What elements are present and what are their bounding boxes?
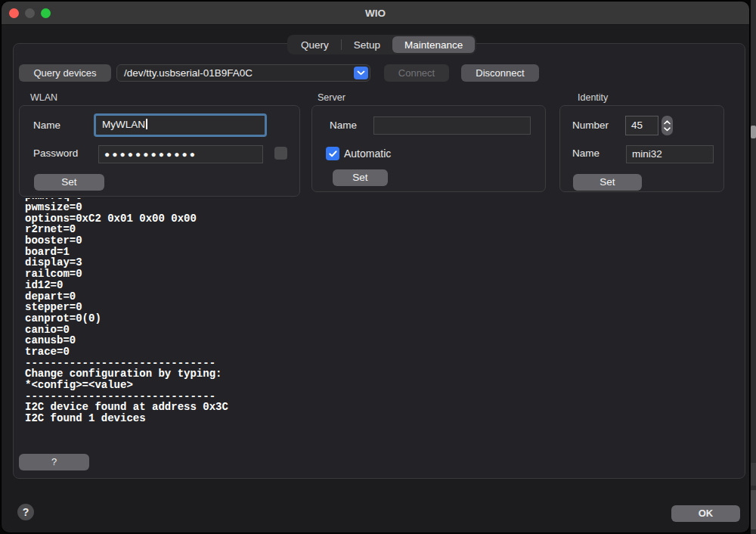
wlan-group-title: WLAN: [30, 92, 57, 103]
wlan-set-button[interactable]: Set: [34, 174, 104, 191]
wlan-password-input[interactable]: ●●●●●●●●●●●●: [98, 145, 263, 163]
console-line: display=3: [25, 257, 728, 269]
ok-button[interactable]: OK: [671, 505, 740, 522]
background-window-fragment: [751, 463, 756, 486]
query-devices-button[interactable]: Query devices: [19, 64, 111, 82]
chevron-up-icon: [664, 120, 671, 125]
server-name-label: Name: [330, 120, 357, 131]
wlan-name-input[interactable]: MyWLAN: [96, 116, 265, 135]
console-line: ------------------------------: [25, 358, 728, 369]
console-line: options=0xC2 0x01 0x00 0x00: [25, 213, 728, 225]
console-line: canusb=0: [25, 335, 728, 346]
console-line: pwmsize=0: [25, 202, 728, 213]
zoom-button[interactable]: [41, 8, 51, 18]
console-line: *<config>=<value>: [25, 380, 728, 391]
console-line: trace=0: [25, 346, 728, 358]
identity-name-input[interactable]: mini32: [626, 145, 714, 163]
server-group-title: Server: [318, 92, 345, 103]
server-set-button[interactable]: Set: [333, 169, 388, 186]
identity-number-stepper[interactable]: [662, 116, 673, 135]
console-line: stepper=0: [25, 302, 728, 313]
console-line: depart=0: [25, 291, 728, 303]
identity-number-label: Number: [572, 120, 609, 131]
device-select[interactable]: /dev/tty.usbserial-01B9FA0C: [116, 64, 370, 82]
automatic-checkbox[interactable]: [326, 147, 339, 160]
console-line-clipped: pwmfreq=0: [25, 198, 728, 202]
identity-name-label: Name: [572, 147, 600, 159]
titlebar[interactable]: WIO: [2, 2, 749, 25]
wio-window: WIO QuerySetupMaintenance Query devices …: [2, 2, 749, 532]
identity-number-value: 45: [631, 120, 643, 131]
identity-group-title: Identity: [578, 92, 608, 103]
show-password-checkbox[interactable]: [274, 147, 287, 160]
console-line: booster=0: [25, 235, 728, 247]
tab-maintenance[interactable]: Maintenance: [392, 36, 475, 53]
automatic-label[interactable]: Automatic: [344, 147, 391, 160]
background-scrollbar-thumb: [751, 126, 756, 138]
identity-number-input[interactable]: 45: [625, 116, 658, 135]
console-log[interactable]: pwmfreq=0pwmsize=0options=0xC2 0x01 0x00…: [25, 198, 728, 448]
device-select-value: /dev/tty.usbserial-01B9FA0C: [124, 67, 253, 79]
identity-set-button[interactable]: Set: [573, 174, 642, 191]
desktop: WIO QuerySetupMaintenance Query devices …: [0, 0, 756, 534]
wlan-password-masked: ●●●●●●●●●●●●: [104, 149, 197, 160]
identity-name-value: mini32: [632, 148, 662, 160]
chevron-down-icon: [357, 70, 365, 76]
tab-query[interactable]: Query: [289, 36, 341, 53]
background-window-fragment: [751, 490, 756, 529]
console-line: id12=0: [25, 280, 728, 291]
tab-setup[interactable]: Setup: [342, 36, 392, 53]
server-name-input[interactable]: [373, 116, 531, 135]
close-button[interactable]: [9, 8, 19, 18]
window-title: WIO: [2, 2, 749, 25]
checkmark-icon: [329, 151, 337, 157]
minimize-button: [25, 8, 35, 18]
console-line: board=1: [25, 247, 728, 258]
console-help-button[interactable]: ?: [19, 454, 89, 470]
window-help-button[interactable]: ?: [17, 504, 34, 520]
console-line: r2rnet=0: [25, 224, 728, 235]
console-line: I2C device found at address 0x3C: [25, 402, 728, 413]
wlan-password-label: Password: [33, 147, 78, 159]
console-line: Change configuration by typing:: [25, 368, 728, 380]
background-window-edge: [751, 0, 756, 534]
connect-button: Connect: [384, 64, 449, 82]
console-line: ------------------------------: [25, 391, 728, 402]
wlan-name-value: MyWLAN: [102, 119, 145, 130]
tab-bar: QuerySetupMaintenance: [287, 35, 476, 54]
disconnect-button[interactable]: Disconnect: [461, 64, 539, 82]
console-line: canprot=0(0): [25, 313, 728, 324]
console-line: railcom=0: [25, 269, 728, 280]
device-select-chevron[interactable]: [354, 67, 368, 79]
console-line: I2C found 1 devices: [25, 413, 728, 424]
wlan-name-label: Name: [33, 120, 60, 131]
console-line: canio=0: [25, 324, 728, 336]
chevron-down-icon: [664, 127, 671, 132]
text-caret: [146, 119, 147, 129]
